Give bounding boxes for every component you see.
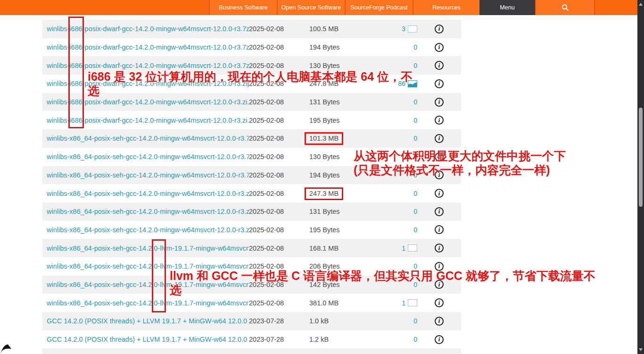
info-icon[interactable]: i <box>435 335 444 344</box>
sourceforge-files-page: Business SoftwareOpen Source SoftwareSou… <box>0 0 644 354</box>
file-size: 101.3 MB <box>309 135 371 142</box>
info-icon[interactable]: i <box>435 98 444 107</box>
downloads-count: 0 <box>413 62 417 69</box>
file-size: 131 Bytes <box>309 98 371 106</box>
downloads-count: 0 <box>413 208 417 215</box>
downloads-cell: 0 <box>371 336 417 343</box>
info-icon[interactable]: i <box>435 298 444 307</box>
file-date: 2025-02-08 <box>249 226 309 234</box>
file-link[interactable]: winlibs-x86_64-posix-seh-gcc-14.2.0-ming… <box>42 226 249 234</box>
info-cell: i <box>417 25 461 34</box>
file-date: 2025-02-08 <box>249 244 309 252</box>
file-size: 131 Bytes <box>309 208 371 215</box>
file-date: 2025-02-08 <box>249 153 309 160</box>
table-row: winlibs-x86_64-posix-seh-gcc-14.2.0-ming… <box>42 129 461 148</box>
file-date: 2023-07-28 <box>249 317 309 325</box>
file-date: 2025-02-08 <box>249 117 309 124</box>
downloads-cell: 0 <box>371 208 417 215</box>
table-row: winlibs-x86_64-posix-seh-gcc-14.2.0-ming… <box>42 221 461 239</box>
file-link[interactable]: winlibs-x86_64-posix-seh-gcc-14.2.0-ming… <box>42 171 249 179</box>
file-date: 2025-02-08 <box>249 135 309 142</box>
table-row: GCC 14.2.0 (POSIX threads) + LLVM 19.1.7… <box>42 312 461 330</box>
file-link[interactable]: winlibs-x86_64-posix-seh-gcc-14.2.0-ming… <box>42 135 249 142</box>
downloads-count: 1 <box>402 299 405 307</box>
nav-item-business-software[interactable]: Business Software <box>209 0 277 15</box>
file-link[interactable]: winlibs-x86_64-posix-seh-gcc-14.2.0-ming… <box>42 153 249 160</box>
downloads-count: 0 <box>413 98 417 106</box>
sub-navbar-strip <box>0 15 637 20</box>
downloads-cell: 3 <box>371 25 417 33</box>
scrollbar-thumb[interactable] <box>639 108 643 207</box>
downloads-cell: 1 <box>371 244 417 252</box>
downloads-cell: 0 <box>371 226 417 234</box>
downloads-cell: 1 <box>371 299 417 307</box>
file-link[interactable]: winlibs-x86_64-posix-seh-gcc-14.2.0-ming… <box>42 208 249 215</box>
info-icon[interactable]: i <box>435 207 444 216</box>
search-icon <box>561 4 569 11</box>
downloads-count: 0 <box>413 226 417 234</box>
downloads-count: 0 <box>413 117 417 124</box>
downloads-count: 0 <box>413 190 417 197</box>
nav-item-resources[interactable]: Resources <box>413 0 479 15</box>
scrollbar-up-arrow[interactable] <box>639 3 643 6</box>
downloads-cell: 0 <box>371 190 417 197</box>
file-link[interactable]: winlibs-x86_64-posix-seh-gcc-14.2.0-llvm… <box>42 244 249 252</box>
pen-mark <box>0 343 13 354</box>
file-link[interactable]: winlibs-x86_64-posix-seh-gcc-14.2.0-llvm… <box>42 299 249 307</box>
table-row: winlibs-i686-posix-dwarf-gcc-14.2.0-ming… <box>42 38 461 57</box>
downloads-count: 1 <box>402 244 405 252</box>
annotation-i686-note: i686 是 32 位计算机用的，现在的个人电脑基本都是 64 位，不 选 <box>88 69 437 98</box>
search-button[interactable] <box>535 0 595 15</box>
downloads-count: 3 <box>402 25 405 33</box>
scrollbar-down-arrow[interactable] <box>639 348 643 351</box>
info-cell: i <box>417 298 461 307</box>
file-size: 381.0 MB <box>309 299 371 307</box>
nav-item-menu[interactable]: Menu <box>479 0 535 15</box>
navbar-spacer <box>0 0 209 15</box>
info-icon[interactable]: i <box>435 225 444 234</box>
highlight-box-size: 247.3 MB <box>305 187 343 200</box>
file-link[interactable]: winlibs-x86_64-posix-seh-gcc-14.2.0-ming… <box>42 190 249 197</box>
downloads-cell: 0 <box>371 98 417 106</box>
info-icon[interactable]: i <box>435 25 444 34</box>
file-link[interactable]: GCC 14.2.0 (POSIX threads) + LLVM 19.1.7… <box>42 336 249 343</box>
file-size: 100.5 MB <box>309 25 371 33</box>
file-size: 195 Bytes <box>309 226 371 234</box>
info-cell: i <box>417 189 461 198</box>
file-size: 168.1 MB <box>309 244 371 252</box>
downloads-cell: 0 <box>371 43 417 51</box>
downloads-count: 0 <box>413 317 417 325</box>
downloads-cell: 0 <box>371 117 417 124</box>
file-size: 1.0 kB <box>309 317 371 325</box>
info-cell: i <box>417 61 461 70</box>
nav-item-open-source-software[interactable]: Open Source Software <box>277 0 345 15</box>
file-date: 2025-02-08 <box>249 190 309 197</box>
nav-item-sourceforge-podcast[interactable]: SourceForge Podcast <box>345 0 413 15</box>
info-icon[interactable]: i <box>435 116 444 125</box>
info-icon[interactable]: i <box>435 61 444 70</box>
file-size: 130 Bytes <box>309 62 371 69</box>
info-icon[interactable]: i <box>435 244 444 253</box>
info-icon[interactable]: i <box>435 43 444 52</box>
file-size: 194 Bytes <box>309 43 371 51</box>
downloads-cell: 0 <box>371 317 417 325</box>
file-date: 2025-02-08 <box>249 98 309 106</box>
info-cell: i <box>417 116 461 125</box>
annotation-size-note: 从这两个体积明显更大的文件中挑一个下 (只是文件格式不一样，内容完全一样) <box>354 149 575 177</box>
table-row: winlibs-x86_64-posix-seh-gcc-14.2.0-ming… <box>42 202 461 221</box>
info-icon[interactable]: i <box>435 189 444 198</box>
downloads-cell: 0 <box>371 135 417 142</box>
info-cell: i <box>417 225 461 234</box>
info-icon[interactable]: i <box>435 317 444 326</box>
file-link[interactable]: GCC 14.2.0 (POSIX threads) + LLVM 19.1.7… <box>42 317 249 325</box>
downloads-chart-icon <box>408 25 417 33</box>
downloads-count: 0 <box>413 43 417 51</box>
top-navbar: Business SoftwareOpen Source SoftwareSou… <box>0 0 637 15</box>
info-cell: i <box>417 43 461 52</box>
scrollbar[interactable] <box>637 0 644 354</box>
table-row-partial <box>42 348 461 354</box>
info-icon[interactable]: i <box>435 134 444 143</box>
info-cell: i <box>417 244 461 253</box>
downloads-chart-icon <box>408 244 417 252</box>
annotation-llvm-note: llvm 和 GCC 一样也是 C 语言编译器，但其实只用 GCC 就够了，节省… <box>170 269 615 297</box>
